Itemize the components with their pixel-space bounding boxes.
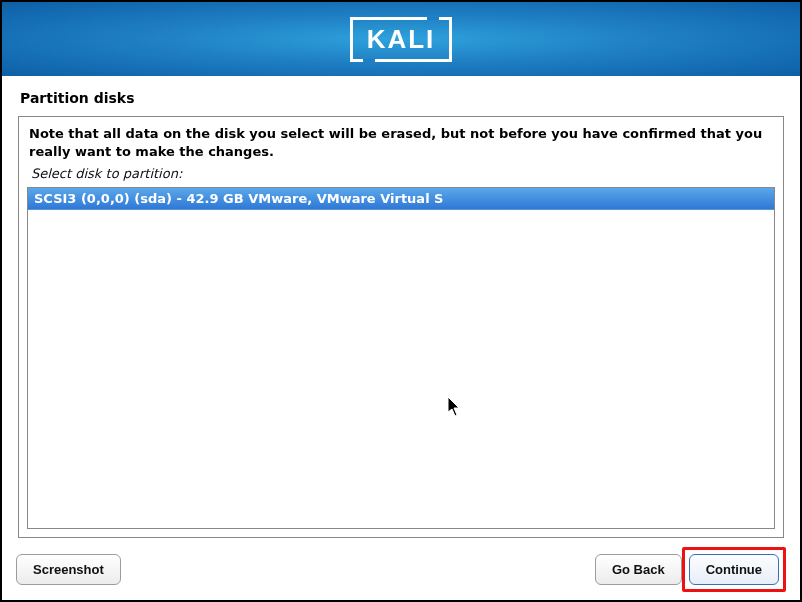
continue-highlight: Continue xyxy=(682,547,786,592)
continue-button[interactable]: Continue xyxy=(689,554,779,585)
screenshot-button[interactable]: Screenshot xyxy=(16,554,121,585)
partition-panel: Note that all data on the disk you selec… xyxy=(18,116,784,538)
header-banner: KALI xyxy=(2,2,800,76)
go-back-button[interactable]: Go Back xyxy=(595,554,682,585)
select-disk-prompt: Select disk to partition: xyxy=(31,166,771,181)
installer-window: KALI Partition disks Note that all data … xyxy=(0,0,802,602)
kali-logo: KALI xyxy=(350,17,453,62)
content-area: Partition disks Note that all data on th… xyxy=(2,76,800,538)
disk-option[interactable]: SCSI3 (0,0,0) (sda) - 42.9 GB VMware, VM… xyxy=(28,188,774,210)
kali-logo-text: KALI xyxy=(367,24,436,55)
footer-bar: Screenshot Go Back Continue xyxy=(2,538,800,600)
disk-listbox[interactable]: SCSI3 (0,0,0) (sda) - 42.9 GB VMware, VM… xyxy=(27,187,775,529)
page-title: Partition disks xyxy=(20,90,784,106)
warning-text: Note that all data on the disk you selec… xyxy=(29,125,773,160)
